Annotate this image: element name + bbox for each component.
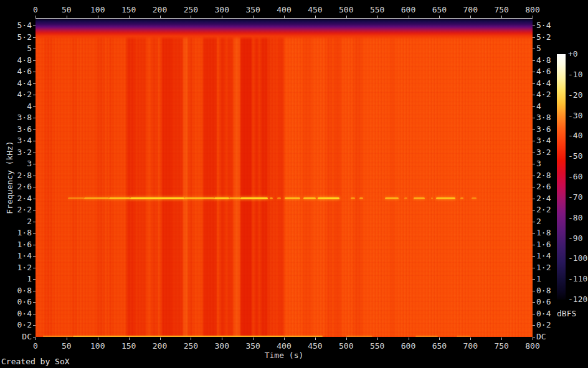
colorbar-tick-label: -20 xyxy=(568,90,582,100)
tonal-line-segment xyxy=(240,197,268,199)
y-tick-right xyxy=(533,268,535,268)
y-tick-label-right: 0·6 xyxy=(536,297,551,306)
y-tick-label-left: 0·6 xyxy=(0,297,32,306)
y-tick-label-left: 4·4 xyxy=(0,78,32,88)
y-tick-right xyxy=(533,141,535,141)
y-tick-label-right: 4·8 xyxy=(536,55,551,65)
vertical-band xyxy=(188,19,193,337)
y-tick-right xyxy=(533,95,535,95)
x-tick-label-bottom: 550 xyxy=(370,341,384,351)
dc-line-segment xyxy=(457,336,470,337)
y-tick-label-right: 4·6 xyxy=(536,67,551,76)
x-tick-bottom xyxy=(36,337,36,340)
x-tick-top xyxy=(470,16,471,18)
x-tick-bottom xyxy=(409,337,409,340)
vertical-band xyxy=(254,19,259,337)
y-tick-left xyxy=(33,130,36,130)
x-tick-label-top: 100 xyxy=(90,5,105,14)
y-tick-left xyxy=(33,256,36,257)
x-tick-label-top: 400 xyxy=(277,5,291,14)
x-tick-top xyxy=(160,16,161,18)
y-tick-label-right: 1·8 xyxy=(536,228,551,237)
tonal-line-segment xyxy=(84,197,109,199)
colorbar-tick-label: -10 xyxy=(568,70,582,79)
colorbar-tick-label: -80 xyxy=(568,213,582,222)
dc-line-segment xyxy=(346,336,372,337)
vertical-band xyxy=(390,19,395,337)
y-tick-label-right: 2 xyxy=(536,217,541,226)
vertical-band xyxy=(326,19,333,337)
y-tick-label-right: 3·4 xyxy=(536,136,551,145)
y-tick-label-left: 1·8 xyxy=(0,228,32,237)
y-tick-left xyxy=(33,72,36,72)
tonal-line-segment xyxy=(184,197,214,199)
y-tick-right xyxy=(533,302,535,303)
tonal-line-segment xyxy=(303,197,316,199)
sox-spectrogram-window: 0050501001001501502002002502503003003503… xyxy=(0,0,588,368)
y-tick-right xyxy=(533,256,535,257)
tonal-line-segment xyxy=(277,197,281,199)
y-tick-right xyxy=(533,222,535,222)
vertical-band xyxy=(135,19,146,337)
y-tick-label-right: 0·8 xyxy=(536,286,551,295)
colorbar-tick-label: -50 xyxy=(568,151,582,161)
y-tick-label-right: 1·2 xyxy=(536,263,551,272)
colorbar-tick-label: +0 xyxy=(568,49,578,59)
x-tick-label-bottom: 150 xyxy=(121,341,136,351)
x-tick-label-top: 0 xyxy=(33,5,38,14)
x-tick-bottom xyxy=(501,337,502,340)
y-tick-right xyxy=(533,314,535,314)
x-tick-label-top: 500 xyxy=(339,5,353,14)
y-tick-left xyxy=(33,199,36,199)
x-tick-label-bottom: 0 xyxy=(33,341,38,351)
tonal-line-segment xyxy=(214,197,229,199)
y-tick-label-left: 1·2 xyxy=(0,263,32,272)
y-tick-left xyxy=(33,118,36,118)
vertical-band xyxy=(268,19,278,337)
y-tick-label-right: 1·4 xyxy=(536,251,551,260)
vertical-band xyxy=(203,19,217,337)
x-tick-top xyxy=(501,16,502,18)
x-tick-bottom xyxy=(67,337,67,340)
x-tick-bottom xyxy=(253,337,254,340)
y-tick-left xyxy=(33,222,36,222)
x-tick-bottom xyxy=(98,337,98,340)
y-tick-right xyxy=(533,26,535,26)
vertical-band xyxy=(240,19,252,337)
colorbar-tick-label: -100 xyxy=(568,253,587,263)
x-tick-bottom xyxy=(315,337,316,340)
y-axis-title: Frequency (kHz) xyxy=(5,141,14,214)
y-tick-label-right: 2·2 xyxy=(536,205,551,214)
y-tick-left xyxy=(33,37,36,38)
x-tick-label-bottom: 350 xyxy=(245,341,260,351)
y-tick-label-left: 3·6 xyxy=(0,125,32,134)
y-tick-label-left: 2 xyxy=(0,217,32,226)
y-tick-label-right: 4·2 xyxy=(536,90,551,99)
x-tick-label-bottom: 450 xyxy=(308,341,322,351)
x-tick-label-top: 600 xyxy=(401,5,415,14)
x-tick-top xyxy=(222,16,222,18)
y-tick-left xyxy=(33,268,36,268)
x-tick-label-top: 450 xyxy=(308,5,322,14)
vertical-band xyxy=(151,19,158,337)
y-tick-left xyxy=(33,245,36,245)
y-tick-left xyxy=(33,60,36,61)
spectrogram-plot-area xyxy=(36,19,533,337)
x-tick-bottom xyxy=(191,337,191,340)
x-tick-top xyxy=(533,16,533,18)
x-tick-bottom xyxy=(470,337,471,340)
vertical-band xyxy=(72,19,77,337)
x-tick-top xyxy=(98,16,98,18)
y-tick-label-left: 0·2 xyxy=(0,320,32,329)
x-tick-label-top: 300 xyxy=(215,5,229,14)
x-tick-label-top: 650 xyxy=(432,5,447,14)
x-tick-label-bottom: 750 xyxy=(494,341,508,351)
tonal-line-segment xyxy=(130,197,185,199)
tonal-line-segment xyxy=(414,197,425,199)
y-tick-label-left: 1·6 xyxy=(0,240,32,249)
y-tick-label-left: 3·8 xyxy=(0,113,32,122)
y-tick-label-right: 3·2 xyxy=(536,148,551,157)
y-tick-label-right: 1·6 xyxy=(536,240,551,249)
x-tick-top xyxy=(346,16,347,18)
x-tick-label-bottom: 100 xyxy=(90,341,105,351)
